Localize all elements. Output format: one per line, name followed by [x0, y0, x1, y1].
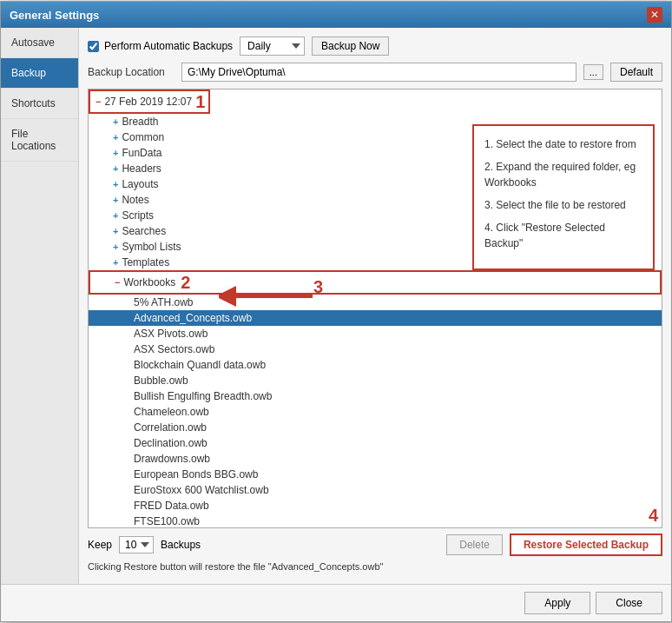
location-row: Backup Location ... Default	[88, 63, 662, 82]
tree-file-bullish[interactable]: Bullish Engulfing Breadth.owb	[89, 388, 662, 404]
sidebar-item-autosave[interactable]: Autosave	[1, 28, 78, 58]
backup-tree[interactable]: − 27 Feb 2019 12:07 1 +Breadth +Common +…	[88, 89, 662, 528]
location-input[interactable]	[181, 63, 576, 82]
tree-file-asx-pivots[interactable]: ASX Pivots.owb	[89, 326, 662, 341]
tree-file-bubble[interactable]: Bubble.owb	[89, 373, 662, 388]
status-bar: Clicking Restore button will restore the…	[88, 558, 662, 575]
dialog-footer: Apply Close	[1, 584, 671, 621]
backups-label: Backups	[161, 539, 439, 551]
label-3: 3	[313, 278, 323, 295]
annotation-step4: 4. Click "Restore Selected Backup"	[484, 220, 642, 251]
tree-file-declination[interactable]: Declination.owb	[89, 435, 662, 451]
tree-file-blockchain[interactable]: Blockchain Quandl data.owb	[89, 357, 662, 373]
browse-button[interactable]: ...	[583, 64, 603, 80]
keep-select[interactable]: 10 5 20	[119, 536, 154, 553]
sidebar-item-backup[interactable]: Backup	[1, 58, 78, 89]
backup-now-button[interactable]: Backup Now	[312, 36, 389, 56]
tree-file-european-bonds[interactable]: European Bonds BBG.owb	[89, 467, 662, 482]
sidebar-item-shortcuts[interactable]: Shortcuts	[1, 89, 78, 119]
tree-file-correlation[interactable]: Correlation.owb	[89, 420, 662, 435]
dialog-title: General Settings	[10, 9, 99, 22]
toggle-workbooks-icon: −	[115, 277, 120, 288]
tree-file-asx-sectors[interactable]: ASX Sectors.owb	[89, 341, 662, 357]
location-label: Backup Location	[88, 66, 175, 78]
tree-file-chameleon[interactable]: Chameleon.owb	[89, 404, 662, 420]
label-4: 4	[649, 506, 658, 525]
label-2: 2	[181, 274, 190, 291]
annotation-step1: 1. Select the date to restore from	[484, 136, 642, 152]
delete-button[interactable]: Delete	[446, 534, 503, 555]
restore-selected-backup-button[interactable]: Restore Selected Backup	[510, 534, 662, 556]
tree-file-advanced-concepts[interactable]: Advanced_Concepts.owb	[89, 310, 662, 326]
tree-root-label: 27 Feb 2019 12:07	[104, 96, 192, 108]
tree-root-date[interactable]: − 27 Feb 2019 12:07 1	[89, 89, 210, 114]
annotation-box: 1. Select the date to restore from 2. Ex…	[472, 124, 655, 270]
annotation-step3: 3. Select the file to be restored	[484, 197, 642, 213]
title-bar: General Settings ✕	[1, 2, 671, 28]
label-1: 1	[195, 93, 205, 110]
general-settings-dialog: General Settings ✕ Autosave Backup Short…	[0, 1, 672, 622]
frequency-select[interactable]: Daily Weekly Monthly	[240, 36, 305, 56]
main-content: Perform Automatic Backups Daily Weekly M…	[79, 28, 671, 584]
label-4-container: 4	[645, 507, 658, 524]
dialog-body: Autosave Backup Shortcuts File Locations…	[1, 28, 671, 584]
auto-backup-row: Perform Automatic Backups	[88, 40, 233, 52]
dialog-close-button[interactable]: Close	[596, 592, 662, 614]
tree-file-ftse100[interactable]: FTSE100.owb	[89, 514, 662, 528]
annotation-step2: 2. Expand the required folder, eg Workbo…	[484, 159, 642, 190]
sidebar: Autosave Backup Shortcuts File Locations	[1, 28, 79, 584]
bottom-bar: Keep 10 5 20 Backups Delete Restore Sele…	[88, 528, 662, 558]
tree-file-eurostoxx[interactable]: EuroStoxx 600 Watchlist.owb	[89, 482, 662, 498]
keep-label: Keep	[88, 539, 112, 551]
sidebar-item-file-locations[interactable]: File Locations	[1, 119, 78, 162]
arrow-indicator: 3	[219, 285, 314, 310]
tree-file-5pct-ath[interactable]: 5% ATH.owb	[89, 295, 662, 310]
status-text: Clicking Restore button will restore the…	[88, 561, 383, 572]
top-bar: Perform Automatic Backups Daily Weekly M…	[88, 36, 662, 56]
close-icon[interactable]: ✕	[647, 7, 662, 23]
auto-backup-checkbox[interactable]	[88, 41, 99, 52]
tree-file-fred[interactable]: FRED Data.owb	[89, 498, 662, 514]
tree-node-workbooks[interactable]: − Workbooks 2	[89, 270, 662, 295]
auto-backup-label: Perform Automatic Backups	[104, 40, 233, 52]
apply-button[interactable]: Apply	[524, 592, 590, 614]
toggle-root-icon: −	[96, 96, 101, 107]
default-button[interactable]: Default	[610, 63, 662, 82]
tree-file-drawdowns[interactable]: Drawdowns.owb	[89, 451, 662, 467]
